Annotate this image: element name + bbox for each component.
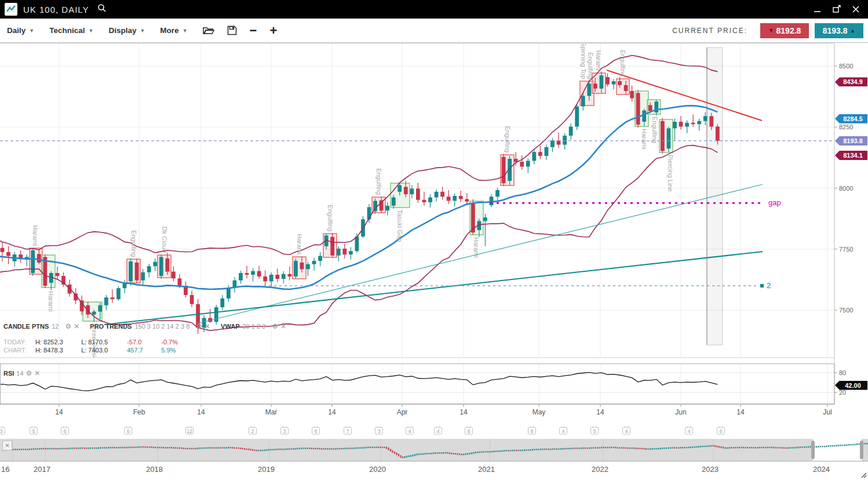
candle-body [593,83,597,88]
candle-body [532,152,536,161]
pattern-label: Harami [32,226,39,246]
timeline-minimap[interactable]: 1620172018201920202021202220232024 [0,439,868,474]
pattern-label: Dk Cloud [161,227,168,253]
candle-body [245,273,249,275]
interval-menu[interactable]: Daily▼ [7,26,34,35]
candle-body [300,263,304,269]
candle-body [37,254,41,263]
zoom-out-button[interactable]: − [250,24,257,37]
indicator-chip-vwap: VWAP 20 1 2 3 ⚙ ✕ [221,322,286,330]
minimap-left-handle[interactable] [811,441,815,459]
candle-body [135,263,139,281]
candle-body [6,252,10,256]
pattern-label: Harami [641,129,648,149]
display-menu[interactable]: Display▼ [108,26,145,35]
candle-body [716,126,720,140]
candle-body [691,123,695,125]
candle-body [385,206,389,210]
candle-body [495,190,499,197]
pattern-label: Tasuki Gap [396,210,403,242]
trend-line[interactable] [607,70,762,121]
candle-body [514,159,518,162]
price-tag: 8193.8 [835,136,867,146]
candle-body [440,192,444,197]
indicator-name: VWAP [221,323,239,330]
zoom-in-button[interactable]: + [269,24,277,37]
pattern-label: Engulfing [375,168,382,195]
indicator-name: CANDLE PTNS [3,323,49,330]
gap-label: gap [768,198,781,207]
candle-body [642,111,646,122]
candle-body [172,271,176,278]
more-menu[interactable]: More▼ [160,26,187,35]
pattern-labels: HaramiHaramiThree OutsideEngulfingDk Clo… [32,42,674,364]
chart-stats-row: CHART: H: 8478.3 L: 7403.0 457.7 5.9% [3,346,178,354]
minimap-selection-window[interactable] [813,439,862,461]
calendar-badge-count: 6 [315,428,318,434]
remove-indicator-icon[interactable]: ✕ [74,322,79,330]
candle-body [159,257,163,276]
calendar-badge-count: 6 [531,428,534,434]
rsi-axis-label: 20 [839,389,846,396]
remove-indicator-icon[interactable]: ✕ [280,322,286,330]
candle-body [648,105,652,111]
chart-range-pct: 5.9% [161,346,176,354]
popout-button[interactable] [832,5,841,14]
candle-body [312,261,316,264]
gear-icon[interactable]: ⚙ [196,322,202,330]
x-axis-label: May [533,408,546,416]
x-axis-label: 14 [596,408,604,416]
chevron-down-icon: ▼ [29,28,34,34]
price-tag: 8134.1 [835,151,867,160]
open-folder-icon[interactable] [203,26,214,35]
candle-body [520,162,524,166]
year-label: 2021 [478,465,495,474]
calendar-badge-count: 3 [283,428,286,434]
technical-menu-label: Technical [49,26,85,35]
price-tag: 8284.5 [835,114,867,123]
candle-body [428,197,432,202]
rsi-pane-border [1,364,835,405]
main-plot[interactable]: gap2HaramiHaramiThree OutsideEngulfingDk… [0,42,834,364]
calendar-badge-count: 4 [562,428,565,434]
candle-body [190,295,194,304]
x-axis-label: Apr [397,408,408,416]
chart-canvas[interactable]: gap2HaramiHaramiThree OutsideEngulfingDk… [0,0,868,480]
bid-price: 8192.8 [776,26,801,35]
gear-icon[interactable]: ⚙ [26,369,32,377]
candle-body [581,96,585,106]
gear-icon[interactable]: ⚙ [272,322,278,330]
title-bar: UK 100, DAILY [0,0,868,19]
candle-body [447,197,451,201]
pattern-label: Harami [48,291,54,311]
minimap-right-handle[interactable] [860,441,863,459]
calendar-badge-count: 2 [251,428,254,434]
close-button[interactable] [852,5,860,13]
candle-body [397,185,402,191]
technical-menu[interactable]: Technical▼ [49,26,93,35]
remove-indicator-icon[interactable]: ✕ [205,322,210,330]
minimap-close-button[interactable]: ✕ [2,441,12,450]
gear-icon[interactable]: ⚙ [65,322,71,330]
candle-body [294,261,298,277]
current-price-label: CURRENT PRICE: [672,27,747,35]
today-change: -57.0 [127,338,159,346]
pattern-label: Engulfing [651,117,658,143]
pattern-label: Harami [296,234,303,254]
bid-price-badge: ▼8192.8 [760,23,809,38]
minimize-button[interactable] [814,5,822,13]
candle-body [404,187,408,194]
stats-label: CHART: [3,346,34,354]
session-stats: TODAY: H: 8252.3 L: 8170.5 -57.0 -0.7% C… [3,338,178,354]
chart-low: L: 7403.0 [81,346,125,354]
candle-body [483,217,487,221]
search-icon[interactable] [97,3,107,15]
remove-indicator-icon[interactable]: ✕ [34,369,40,377]
candle-body [257,271,261,277]
save-icon[interactable] [227,26,237,35]
candle-body [545,147,549,156]
candle-body [165,259,169,272]
pattern-label: Harami [473,237,480,257]
resize-handle[interactable] [862,473,866,478]
candle-body [636,93,640,125]
